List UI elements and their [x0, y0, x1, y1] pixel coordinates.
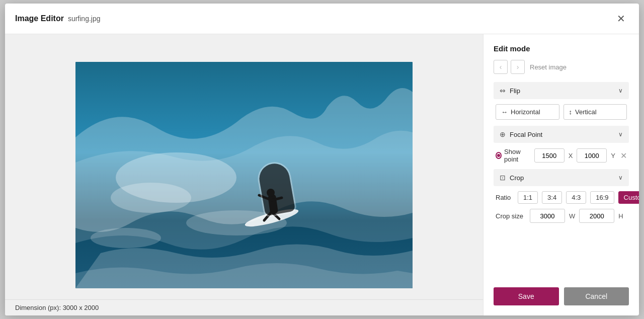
focal-section-content: Show point X Y ✕	[494, 148, 629, 169]
flip-vertical-button[interactable]: ↕ Vertical	[564, 104, 627, 120]
crop-section-header[interactable]: ⊡ Crop ∨	[494, 169, 629, 186]
y-label: Y	[611, 152, 615, 160]
reset-image-link[interactable]: Reset image	[530, 63, 567, 71]
dimension-bar: Dimension (px): 3000 x 2000	[5, 299, 483, 315]
cancel-button[interactable]: Cancel	[564, 287, 629, 305]
nav-row: ‹ › Reset image	[494, 60, 629, 74]
footer-buttons: Save Cancel	[494, 282, 629, 305]
ratio-16-9-button[interactable]: 16:9	[590, 191, 614, 204]
flip-section-content: ↔ Horizontal ↕ Vertical	[494, 104, 629, 126]
focal-chevron-icon: ∨	[618, 131, 623, 138]
image-editor-modal: Image Editor surfing.jpg ✕	[5, 4, 639, 315]
focal-icon: ⊕	[500, 130, 506, 138]
flip-h-icon: ↔	[501, 108, 508, 116]
spacer	[494, 229, 629, 282]
focal-clear-icon[interactable]: ✕	[620, 151, 627, 161]
flip-icon: ⇔	[500, 87, 506, 95]
width-label: W	[569, 212, 575, 220]
flip-section-header[interactable]: ⇔ Flip ∨	[494, 82, 629, 99]
modal-body: Dimension (px): 3000 x 2000 Edit mode ‹ …	[5, 34, 639, 315]
focal-row: Show point X Y ✕	[496, 148, 627, 163]
focal-section-label: Focal Point	[510, 131, 542, 138]
save-button[interactable]: Save	[494, 287, 559, 305]
crop-section-label: Crop	[510, 174, 524, 182]
focal-section-left: ⊕ Focal Point	[500, 130, 542, 138]
flip-chevron-icon: ∨	[618, 87, 623, 94]
ratio-3-4-button[interactable]: 3:4	[542, 191, 562, 204]
crop-width-input[interactable]	[530, 209, 565, 223]
image-container	[75, 62, 413, 288]
flip-h-label: Horizontal	[511, 108, 540, 116]
ratio-1-1-button[interactable]: 1:1	[518, 191, 538, 204]
radio-inner	[497, 154, 500, 157]
crop-section-content: Ratio 1:1 3:4 4:3 16:9 Custom Crop size …	[494, 191, 629, 229]
ratio-4-3-button[interactable]: 4:3	[566, 191, 586, 204]
modal-header: Image Editor surfing.jpg ✕	[5, 4, 639, 34]
flip-v-label: Vertical	[575, 108, 597, 116]
surf-image	[75, 62, 413, 288]
svg-point-7	[267, 189, 275, 197]
height-label: H	[618, 212, 623, 220]
flip-v-icon: ↕	[569, 108, 573, 116]
forward-button[interactable]: ›	[511, 60, 525, 74]
flip-section-left: ⇔ Flip	[500, 87, 520, 95]
crop-height-input[interactable]	[579, 209, 614, 223]
crop-size-label: Crop size	[496, 212, 526, 220]
crop-section-left: ⊡ Crop	[500, 174, 524, 182]
right-panel: Edit mode ‹ › Reset image ⇔ Flip ∨ ↔	[483, 34, 639, 315]
back-button[interactable]: ‹	[494, 60, 508, 74]
svg-line-9	[272, 198, 282, 200]
y-coord-input[interactable]	[577, 148, 607, 163]
image-area: Dimension (px): 3000 x 2000	[5, 34, 483, 315]
close-button[interactable]: ✕	[613, 11, 629, 27]
flip-buttons: ↔ Horizontal ↕ Vertical	[496, 104, 627, 120]
radio-circle	[496, 152, 502, 159]
ratio-row: Ratio 1:1 3:4 4:3 16:9 Custom	[496, 191, 627, 204]
modal-filename: surfing.jpg	[68, 15, 101, 23]
dimension-text: Dimension (px): 3000 x 2000	[15, 304, 99, 311]
ratio-custom-button[interactable]: Custom	[618, 191, 639, 204]
crop-chevron-icon: ∨	[618, 174, 623, 181]
edit-mode-title: Edit mode	[494, 44, 629, 53]
modal-title: Image Editor	[15, 14, 64, 23]
flip-section-label: Flip	[510, 87, 520, 95]
x-label: X	[569, 152, 573, 160]
crop-size-row: Crop size W H	[496, 209, 627, 223]
show-point-label: Show point	[504, 148, 530, 163]
show-point-radio[interactable]: Show point	[496, 148, 530, 163]
wave-overlay	[75, 62, 413, 288]
flip-horizontal-button[interactable]: ↔ Horizontal	[496, 104, 559, 120]
focal-section-header[interactable]: ⊕ Focal Point ∨	[494, 126, 629, 143]
svg-rect-6	[268, 194, 278, 214]
crop-icon: ⊡	[500, 174, 506, 182]
ratio-label: Ratio	[496, 194, 514, 201]
x-coord-input[interactable]	[534, 148, 565, 163]
svg-point-4	[91, 228, 161, 248]
svg-point-2	[111, 183, 191, 213]
